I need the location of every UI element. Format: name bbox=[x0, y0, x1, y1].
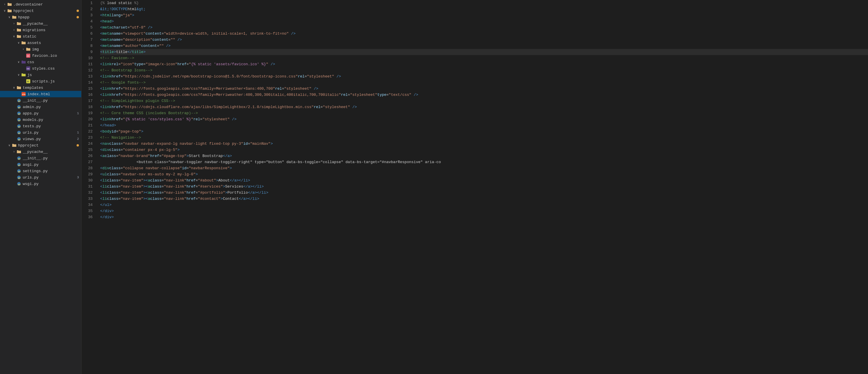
file-explorer: ›.devcontainer∨hpproject∨hpapp›__pycache… bbox=[0, 0, 82, 374]
line-number: 6 bbox=[82, 31, 93, 37]
tree-arrow: ∨ bbox=[7, 144, 12, 147]
line-number: 18 bbox=[82, 104, 93, 110]
code-line: <a class="navbar-brand" href="#page-top"… bbox=[100, 153, 868, 159]
sidebar-item-urls-py-hpapp[interactable]: pyurls.py1 bbox=[0, 129, 81, 136]
code-line: <!-- Core theme CSS (includes Bootstrap)… bbox=[100, 110, 868, 116]
code-line: <!-- SimpleLightbox plugin CSS--> bbox=[100, 98, 868, 104]
line-number: 19 bbox=[82, 110, 93, 116]
line-number: 1 bbox=[82, 0, 93, 6]
line-number: 17 bbox=[82, 98, 93, 104]
svg-text:py: py bbox=[18, 126, 21, 128]
sidebar-item-admin-py[interactable]: pyadmin.py bbox=[0, 104, 81, 110]
svg-text:py: py bbox=[18, 170, 21, 173]
sidebar-item-views-py[interactable]: pyviews.py2 bbox=[0, 136, 81, 142]
sidebar-item-asgi-py[interactable]: pyasgi.py bbox=[0, 161, 81, 168]
sidebar-item-hpapp[interactable]: ∨hpapp bbox=[0, 14, 81, 21]
sidebar-item-wsgi-py[interactable]: pywsgi.py bbox=[0, 181, 81, 187]
sidebar-item-init-py-hpapp[interactable]: py__init__.py bbox=[0, 97, 81, 104]
code-line: </ul> bbox=[100, 202, 868, 208]
line-number: 27 bbox=[82, 159, 93, 165]
editor-panel: 1234567891011121314151617181920212223242… bbox=[82, 0, 868, 374]
svg-text:CSS: CSS bbox=[27, 68, 30, 70]
file-label: img bbox=[32, 47, 81, 52]
sidebar-item-pycache-hpapp[interactable]: ›__pycache__ bbox=[0, 21, 81, 27]
file-icon-py: py bbox=[16, 168, 22, 174]
sidebar-item-migrations[interactable]: ›migrations bbox=[0, 27, 81, 33]
file-icon-folder bbox=[7, 2, 12, 7]
sidebar-item-scripts-js[interactable]: JSscripts.js bbox=[0, 78, 81, 85]
file-icon-folder bbox=[16, 27, 22, 33]
sidebar-item-settings-py[interactable]: pysettings.py bbox=[0, 168, 81, 174]
line-number: 23 bbox=[82, 134, 93, 141]
file-label: tests.py bbox=[23, 124, 81, 128]
tree-arrow: › bbox=[12, 150, 16, 154]
line-number: 26 bbox=[82, 153, 93, 159]
file-label: styles.css bbox=[32, 66, 81, 71]
file-icon-py: py bbox=[16, 156, 22, 161]
status-dot bbox=[76, 16, 79, 18]
line-number: 5 bbox=[82, 25, 93, 31]
code-line: <li class="nav-item"><a class="nav-link"… bbox=[100, 190, 868, 196]
sidebar-item-css[interactable]: ∨css bbox=[0, 59, 81, 65]
sidebar-item-static[interactable]: ∨static bbox=[0, 33, 81, 40]
code-line: <div class="collapse navbar-collapse" id… bbox=[100, 165, 868, 171]
sidebar-item-apps-py[interactable]: pyapps.py1 bbox=[0, 110, 81, 117]
line-number: 22 bbox=[82, 128, 93, 134]
file-label: __init__.py bbox=[23, 156, 81, 160]
sidebar-item-index-html[interactable]: HTMLindex.html bbox=[0, 91, 81, 97]
file-label: assets bbox=[27, 41, 81, 45]
code-line: <meta name="viewport" content="width=dev… bbox=[100, 31, 868, 37]
sidebar-item-models-py[interactable]: pymodels.py bbox=[0, 117, 81, 123]
line-number: 2 bbox=[82, 6, 93, 12]
change-badge: 1 bbox=[75, 131, 79, 134]
sidebar-item-img[interactable]: ›img bbox=[0, 46, 81, 53]
file-label: views.py bbox=[23, 137, 75, 141]
file-icon-py: py bbox=[16, 98, 22, 103]
sidebar-item-styles-css[interactable]: CSSstyles.css bbox=[0, 65, 81, 72]
file-label: apps.py bbox=[23, 111, 75, 116]
sidebar-item-tests-py[interactable]: pytests.py bbox=[0, 123, 81, 129]
line-number: 28 bbox=[82, 165, 93, 171]
sidebar-item-urls-py-hpproject[interactable]: pyurls.py3 bbox=[0, 174, 81, 181]
sidebar-item-templates[interactable]: ∨templates bbox=[0, 85, 81, 91]
line-number: 24 bbox=[82, 141, 93, 147]
file-label: favicon.ico bbox=[32, 54, 81, 58]
line-number: 16 bbox=[82, 92, 93, 98]
line-number: 14 bbox=[82, 80, 93, 86]
file-icon-py: py bbox=[16, 117, 22, 122]
tree-arrow: ∨ bbox=[16, 41, 21, 44]
svg-text:ICO: ICO bbox=[27, 55, 29, 57]
code-line: <link href="https://cdn.jsdelivr.net/npm… bbox=[100, 73, 868, 80]
sidebar-item-pycache-hpproject[interactable]: ›__pycache__ bbox=[0, 149, 81, 155]
sidebar-item-hpproject-inner[interactable]: ∨hpproject bbox=[0, 142, 81, 149]
line-number: 25 bbox=[82, 147, 93, 153]
code-line: <link href="https://fonts.googleapis.com… bbox=[100, 92, 868, 98]
file-icon-folder bbox=[26, 46, 31, 52]
file-label: admin.py bbox=[23, 105, 81, 109]
code-line: </div> bbox=[100, 214, 868, 220]
svg-text:py: py bbox=[18, 164, 21, 166]
file-label: wsgi.py bbox=[23, 182, 81, 186]
sidebar-item-init-py-hpproject[interactable]: py__init__.py bbox=[0, 155, 81, 161]
tree-arrow: › bbox=[2, 3, 7, 6]
file-icon-py: py bbox=[16, 124, 22, 129]
svg-text:py: py bbox=[18, 119, 21, 121]
file-icon-folder bbox=[16, 149, 22, 154]
line-number: 31 bbox=[82, 184, 93, 190]
svg-text:py: py bbox=[18, 100, 21, 102]
tree-arrow: › bbox=[12, 29, 16, 32]
code-line: <li class="nav-item"><a class="nav-link"… bbox=[100, 177, 868, 184]
file-icon-folder bbox=[12, 143, 17, 148]
svg-text:py: py bbox=[18, 183, 21, 186]
file-label: urls.py bbox=[23, 130, 75, 135]
sidebar-item-hpproject-root[interactable]: ∨hpproject bbox=[0, 7, 81, 14]
sidebar-item-devcontainer[interactable]: ›.devcontainer bbox=[0, 1, 81, 7]
code-area[interactable]: {% load static %}&lt;!DOCTYPE html&gt;<h… bbox=[95, 0, 868, 374]
sidebar-item-favicon-ico[interactable]: ICOfavicon.ico bbox=[0, 53, 81, 59]
tree-arrow: ∨ bbox=[7, 15, 12, 19]
line-number: 7 bbox=[82, 37, 93, 43]
sidebar-item-js[interactable]: ∨js bbox=[0, 72, 81, 78]
sidebar-item-assets[interactable]: ∨assets bbox=[0, 40, 81, 46]
file-icon-ico: ICO bbox=[26, 53, 31, 58]
code-line: <!-- Favicon--> bbox=[100, 55, 868, 61]
